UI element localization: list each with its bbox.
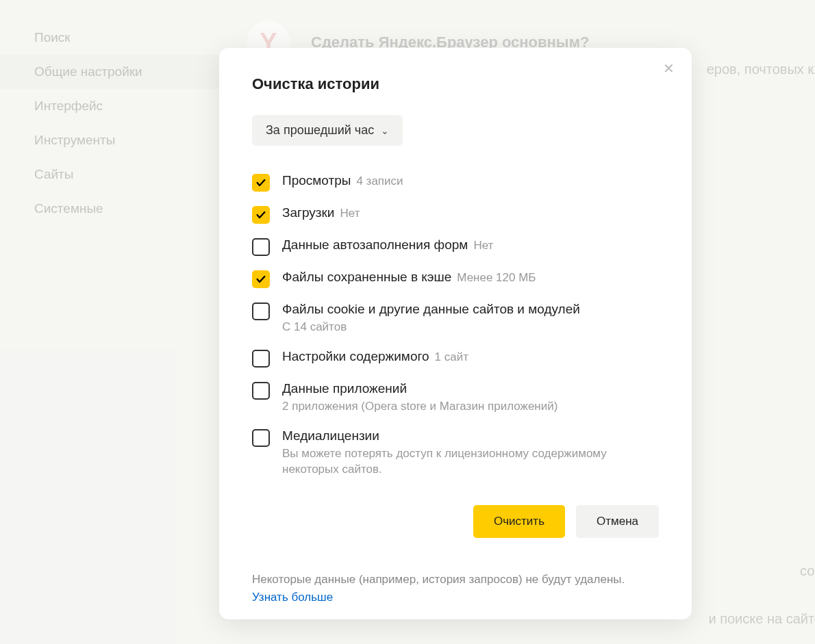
clear-history-dialog: ✕ Очистка истории За прошедший час ⌄ Про… [219, 48, 692, 619]
time-range-dropdown[interactable]: За прошедший час ⌄ [252, 115, 403, 146]
checkbox[interactable] [252, 174, 270, 192]
option-subtext: С 14 сайтов [282, 319, 580, 335]
checkbox[interactable] [252, 270, 270, 288]
clear-button[interactable]: Очистить [473, 505, 565, 538]
checkbox[interactable] [252, 238, 270, 256]
checkbox[interactable] [252, 429, 270, 447]
option-subtext: Вы можете потерять доступ к лицензионном… [282, 446, 659, 478]
option-row: Файлы сохраненные в кэшеМенее 120 МБ [252, 270, 659, 288]
option-text: Настройки содержимого1 сайт [282, 349, 468, 364]
option-label: Файлы cookie и другие данные сайтов и мо… [282, 302, 580, 317]
option-label: Данные автозаполнения форм [282, 237, 468, 253]
option-label: Медиалицензии [282, 428, 379, 443]
option-label: Данные приложений [282, 381, 407, 396]
option-row: Данные автозаполнения формНет [252, 237, 659, 256]
option-label: Загрузки [282, 205, 334, 220]
checkbox[interactable] [252, 302, 270, 320]
option-row: Данные приложений2 приложения (Opera sto… [252, 381, 659, 415]
option-text: МедиалицензииВы можете потерять доступ к… [282, 428, 659, 478]
learn-more-link[interactable]: Узнать больше [252, 591, 333, 604]
option-row: ЗагрузкиНет [252, 205, 659, 224]
option-label: Просмотры [282, 173, 351, 188]
note-text: Некоторые данные (например, история запр… [252, 573, 625, 586]
time-range-label: За прошедший час [266, 123, 374, 138]
option-hint: Нет [340, 207, 360, 220]
option-label: Настройки содержимого [282, 349, 429, 364]
dialog-note: Некоторые данные (например, история запр… [219, 558, 692, 619]
option-hint: 1 сайт [435, 350, 468, 364]
option-hint: Менее 120 МБ [457, 271, 536, 285]
options-list: Просмотры4 записиЗагрузкиНетДанные автоз… [252, 173, 659, 478]
checkbox[interactable] [252, 350, 270, 368]
cancel-button[interactable]: Отмена [576, 505, 659, 538]
option-row: Файлы cookie и другие данные сайтов и мо… [252, 302, 659, 335]
checkbox[interactable] [252, 206, 270, 224]
option-text: Данные приложений2 приложения (Opera sto… [282, 381, 557, 415]
option-text: Файлы cookie и другие данные сайтов и мо… [282, 302, 580, 335]
option-text: ЗагрузкиНет [282, 205, 360, 220]
chevron-down-icon: ⌄ [381, 125, 389, 136]
option-row: Настройки содержимого1 сайт [252, 349, 659, 368]
option-text: Данные автозаполнения формНет [282, 237, 493, 253]
dialog-title: Очистка истории [252, 75, 659, 93]
option-text: Просмотры4 записи [282, 173, 403, 188]
checkbox[interactable] [252, 382, 270, 400]
option-row: Просмотры4 записи [252, 173, 659, 192]
option-hint: Нет [473, 239, 493, 253]
option-subtext: 2 приложения (Opera store и Магазин прил… [282, 398, 557, 415]
option-text: Файлы сохраненные в кэшеМенее 120 МБ [282, 270, 536, 285]
dialog-footer: Очистить Отмена [219, 505, 692, 558]
close-icon[interactable]: ✕ [660, 60, 677, 77]
option-row: МедиалицензииВы можете потерять доступ к… [252, 428, 659, 478]
option-label: Файлы сохраненные в кэше [282, 270, 451, 285]
option-hint: 4 записи [356, 175, 403, 188]
